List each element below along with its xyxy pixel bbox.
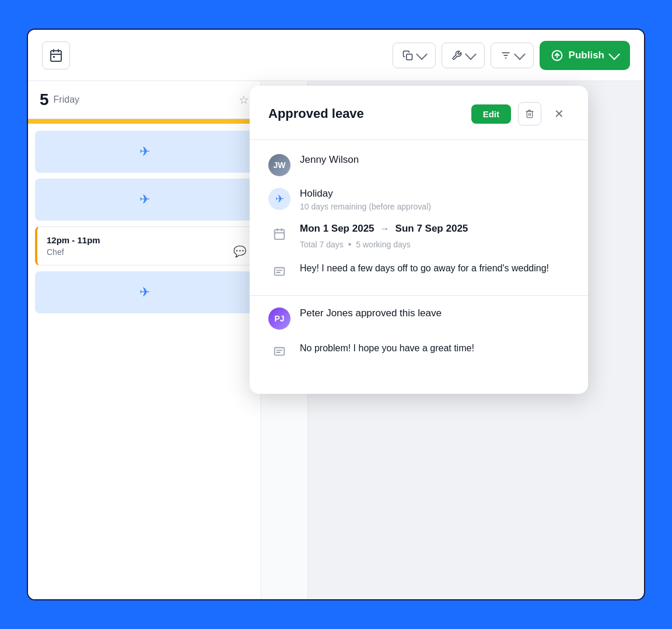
trash-icon (525, 109, 534, 118)
employee-avatar: JW (268, 154, 290, 176)
copy-icon (402, 50, 413, 61)
popup-bottom-divider (250, 295, 588, 296)
calendar-date-icon (268, 223, 290, 245)
approver-row: PJ Peter Jones approved this leave (268, 307, 569, 330)
toolbar: Publish (28, 30, 644, 81)
day-header: 5 Friday ☆ (28, 81, 261, 119)
employee-message: Hey! I need a few days off to go away fo… (300, 261, 549, 275)
leave-remaining: 10 days remaining (before approval) (300, 202, 431, 211)
approver-message-content: No problem! I hope you have a great time… (300, 341, 474, 355)
airplane-icon: ✈ (139, 144, 150, 159)
delete-button[interactable] (518, 102, 541, 125)
filters-button[interactable] (491, 43, 534, 68)
calendar-icon-button[interactable] (42, 41, 70, 69)
date-range: Mon 1 Sep 2025 → Sun 7 Sep 2025 (300, 223, 468, 235)
avatar: JW (268, 154, 290, 176)
svg-rect-5 (406, 54, 412, 60)
filters-chevron-icon (514, 48, 526, 60)
holiday-icon-circle: ✈ (268, 188, 290, 210)
leave-popup: Approved leave Edit ✕ JW (250, 86, 588, 394)
screen-container: Publish 5 Friday ☆ ✈ ✈ (27, 29, 645, 600)
calendar-panel: 5 Friday ☆ ✈ ✈ 12pm - 11pm Chef 💬 (28, 81, 261, 599)
message-content: Hey! I need a few days off to go away fo… (300, 261, 549, 275)
approver-message-icon (268, 341, 290, 364)
days-summary: Total 7 days • 5 working days (300, 239, 468, 250)
publish-upload-icon (551, 50, 563, 61)
approver-message: No problem! I hope you have a great time… (300, 341, 474, 355)
favorite-icon[interactable]: ☆ (239, 93, 249, 107)
approver-avatar: PJ (268, 307, 290, 330)
svg-rect-4 (53, 56, 55, 58)
message-icon (268, 261, 290, 284)
settings-chevron-icon (465, 48, 477, 60)
svg-rect-20 (275, 348, 285, 355)
leave-type-info: Holiday 10 days remaining (before approv… (300, 188, 431, 211)
list-item[interactable]: ✈ (35, 131, 254, 173)
arrow-icon: → (380, 223, 390, 234)
svg-rect-0 (51, 51, 61, 61)
shift-time: 12pm - 11pm (47, 235, 244, 245)
list-item[interactable]: ✈ (35, 179, 254, 221)
employee-name: Jenny Wilson (300, 154, 359, 166)
day-name: Friday (54, 95, 239, 105)
calendar-body: ✈ ✈ 12pm - 11pm Chef 💬 ✈ (28, 124, 261, 599)
approver-avatar-img: PJ (268, 307, 290, 330)
airplane-icon: ✈ (139, 192, 150, 207)
popup-title: Approved leave (268, 106, 464, 121)
approver-name: Peter Jones approved this leave (300, 307, 442, 319)
popup-divider (250, 139, 588, 140)
airplane-icon: ✈ (139, 285, 150, 300)
publish-label: Publish (569, 50, 604, 61)
settings-button[interactable] (442, 43, 485, 68)
approver-message-row: No problem! I hope you have a great time… (268, 341, 569, 364)
svg-rect-17 (275, 268, 285, 275)
svg-rect-13 (275, 230, 285, 240)
chat-icon: 💬 (233, 245, 246, 258)
date-to: Sun 7 Sep 2025 (396, 223, 468, 235)
popup-header: Approved leave Edit ✕ (268, 102, 569, 125)
copy-button[interactable] (393, 43, 436, 68)
date-range-row: Mon 1 Sep 2025 → Sun 7 Sep 2025 Total 7 … (268, 223, 569, 250)
working-days: 5 working days (356, 240, 410, 249)
copy-chevron-icon (416, 48, 428, 60)
publish-button[interactable]: Publish (540, 41, 630, 70)
calendar-icon (49, 48, 63, 62)
list-item[interactable]: ✈ (35, 271, 254, 313)
employee-row: JW Jenny Wilson (268, 154, 569, 176)
edit-button[interactable]: Edit (471, 104, 511, 124)
airplane-icon: ✈ (275, 193, 284, 205)
date-info: Mon 1 Sep 2025 → Sun 7 Sep 2025 Total 7 … (300, 223, 468, 250)
toolbar-left (42, 41, 70, 69)
close-button[interactable]: ✕ (548, 103, 569, 124)
date-from: Mon 1 Sep 2025 (300, 223, 374, 235)
day-number: 5 (40, 90, 49, 109)
leave-type-row: ✈ Holiday 10 days remaining (before appr… (268, 188, 569, 211)
toolbar-right: Publish (393, 41, 630, 70)
approver-info: Peter Jones approved this leave (300, 307, 442, 319)
wrench-icon (452, 50, 462, 61)
message-row: Hey! I need a few days off to go away fo… (268, 261, 569, 284)
leave-type: Holiday (300, 188, 431, 200)
total-days: Total 7 days (300, 240, 344, 249)
shift-role: Chef (47, 247, 244, 257)
main-content: 5 Friday ☆ ✈ ✈ 12pm - 11pm Chef 💬 (28, 81, 644, 599)
list-item[interactable]: 12pm - 11pm Chef 💬 (35, 226, 254, 265)
filter-icon (501, 50, 511, 61)
employee-info: Jenny Wilson (300, 154, 359, 166)
publish-chevron-icon (608, 48, 620, 60)
